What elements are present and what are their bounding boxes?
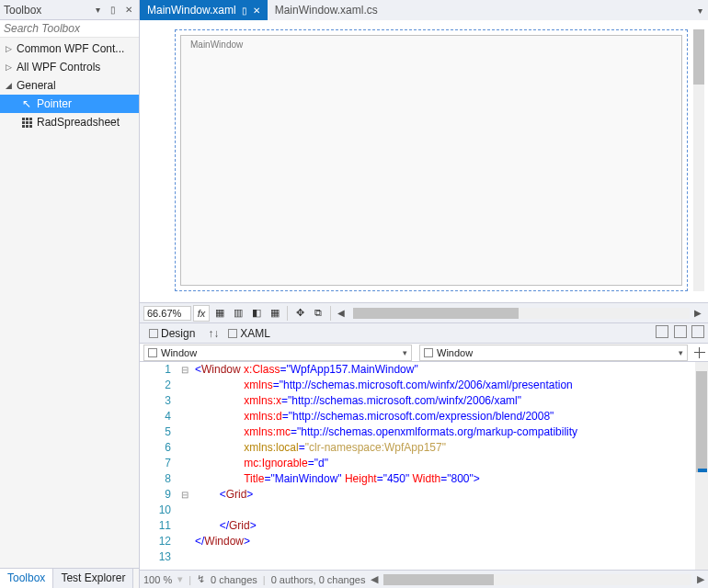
zoom-combo[interactable]: 66.67% bbox=[143, 306, 191, 321]
design-canvas[interactable]: MainWindow bbox=[140, 20, 708, 303]
file-tab-active[interactable]: MainWindow.xaml ▯ ✕ bbox=[140, 0, 268, 20]
scroll-thumb[interactable] bbox=[693, 29, 704, 85]
toolbox-tree: ▷Common WPF Cont... ▷All WPF Controls ◢G… bbox=[0, 38, 139, 568]
chevron-down-icon: ▾ bbox=[679, 348, 683, 357]
code-content[interactable]: <Window x:Class="WpfApp157.MainWindow" x… bbox=[191, 362, 695, 570]
tool-pointer[interactable]: ↖ Pointer bbox=[0, 95, 139, 113]
tree-group-common[interactable]: ▷Common WPF Cont... bbox=[0, 40, 139, 58]
toolbox-panel: Toolbox ▾ ▯ ✕ 🔍 ▾ ▷Common WPF Cont... ▷A… bbox=[0, 0, 140, 588]
layout-horizontal-icon[interactable] bbox=[656, 325, 668, 338]
tab-toolbox[interactable]: Toolbox bbox=[0, 569, 53, 588]
tool-radspreadsheet[interactable]: RadSpreadsheet bbox=[0, 113, 139, 131]
tab-overflow-icon[interactable]: ▾ bbox=[692, 6, 708, 16]
pane-design[interactable]: Design bbox=[143, 325, 200, 342]
scroll-thumb[interactable] bbox=[696, 371, 707, 472]
guides-button[interactable]: ▦ bbox=[267, 305, 283, 322]
breadcrumb-right[interactable]: Window▾ bbox=[419, 345, 688, 361]
pin-icon[interactable]: ▯ bbox=[107, 4, 120, 17]
xaml-editor[interactable]: 12345678910111213 ⊟⊟ <Window x:Class="Wp… bbox=[140, 362, 708, 570]
scroll-left-icon[interactable]: ◀ bbox=[335, 308, 348, 318]
chevron-right-icon: ▷ bbox=[6, 44, 15, 53]
window-caption: MainWindow bbox=[190, 40, 243, 50]
scroll-thumb[interactable] bbox=[383, 574, 494, 585]
line-gutter: 12345678910111213 bbox=[140, 362, 178, 570]
close-icon[interactable]: ✕ bbox=[122, 4, 135, 17]
design-icon bbox=[149, 329, 158, 338]
pane-switcher: Design ↑↓ XAML bbox=[140, 323, 708, 344]
sidebar-tabs: Toolbox Test Explorer bbox=[0, 568, 139, 588]
editor-area: MainWindow.xaml ▯ ✕ MainWindow.xaml.cs ▾… bbox=[140, 0, 708, 588]
toolbox-title: Toolbox bbox=[4, 4, 91, 17]
file-tab-inactive[interactable]: MainWindow.xaml.cs bbox=[268, 0, 385, 20]
grid-button[interactable]: ▦ bbox=[211, 305, 228, 322]
chevron-right-icon: ▷ bbox=[6, 62, 15, 72]
code-hscroll[interactable] bbox=[383, 574, 691, 585]
fold-gutter[interactable]: ⊟⊟ bbox=[178, 362, 191, 570]
element-icon bbox=[424, 348, 433, 357]
fx-button[interactable]: fx bbox=[193, 305, 210, 322]
designer-hscroll[interactable] bbox=[353, 308, 690, 319]
breadcrumb-row: Window▾ Window▾ bbox=[140, 344, 708, 362]
close-icon[interactable]: ✕ bbox=[253, 6, 260, 16]
changes-status: 0 changes bbox=[211, 574, 257, 585]
file-tabbar: MainWindow.xaml ▯ ✕ MainWindow.xaml.cs ▾ bbox=[140, 0, 708, 20]
grid-icon bbox=[20, 116, 33, 129]
zoom-status[interactable]: 100 % bbox=[143, 574, 172, 585]
tree-group-general[interactable]: ◢General bbox=[0, 76, 139, 95]
element-icon bbox=[148, 348, 157, 357]
effects-button[interactable]: ◧ bbox=[248, 305, 265, 322]
change-marker bbox=[698, 469, 707, 472]
designer-toolbar: 66.67% fx ▦ ▥ ◧ ▦ ✥ ⧉ ◀ ▶ bbox=[140, 303, 708, 323]
move-button[interactable]: ✥ bbox=[291, 305, 308, 322]
scroll-right-icon[interactable]: ▶ bbox=[697, 573, 704, 585]
split-marker-icon[interactable] bbox=[691, 345, 708, 361]
authors-status: 0 authors, 0 changes bbox=[271, 574, 366, 585]
toolbox-header: Toolbox ▾ ▯ ✕ bbox=[0, 0, 139, 20]
search-input[interactable] bbox=[4, 22, 143, 35]
toolbox-search[interactable]: 🔍 ▾ bbox=[0, 20, 139, 38]
code-button[interactable]: ⧉ bbox=[310, 305, 326, 322]
tab-test-explorer[interactable]: Test Explorer bbox=[53, 569, 133, 588]
pointer-icon: ↖ bbox=[20, 97, 33, 110]
layout-vertical-icon[interactable] bbox=[674, 325, 687, 338]
pane-xaml[interactable]: XAML bbox=[223, 325, 276, 342]
layout-buttons bbox=[654, 325, 704, 341]
designer-vscroll[interactable] bbox=[693, 29, 704, 291]
pin-icon[interactable]: ▯ bbox=[242, 6, 247, 16]
scroll-left-icon[interactable]: ◀ bbox=[371, 573, 378, 585]
scroll-right-icon[interactable]: ▶ bbox=[691, 308, 704, 318]
tree-group-allwpf[interactable]: ▷All WPF Controls bbox=[0, 58, 139, 76]
scroll-thumb[interactable] bbox=[353, 308, 519, 319]
layout-single-icon[interactable] bbox=[691, 325, 704, 338]
chevron-down-icon: ◢ bbox=[6, 81, 15, 90]
breadcrumb-left[interactable]: Window▾ bbox=[143, 345, 412, 361]
status-bar: 100 % ▾ | ↯ 0 changes | 0 authors, 0 cha… bbox=[140, 570, 708, 588]
dropdown-icon[interactable]: ▾ bbox=[91, 4, 104, 17]
chevron-down-icon: ▾ bbox=[403, 348, 407, 357]
xaml-icon bbox=[228, 329, 237, 338]
window-preview[interactable]: MainWindow bbox=[180, 35, 682, 286]
swap-panes-icon[interactable]: ↑↓ bbox=[204, 327, 223, 340]
code-vscroll[interactable] bbox=[695, 362, 708, 570]
snap-button[interactable]: ▥ bbox=[230, 305, 246, 322]
